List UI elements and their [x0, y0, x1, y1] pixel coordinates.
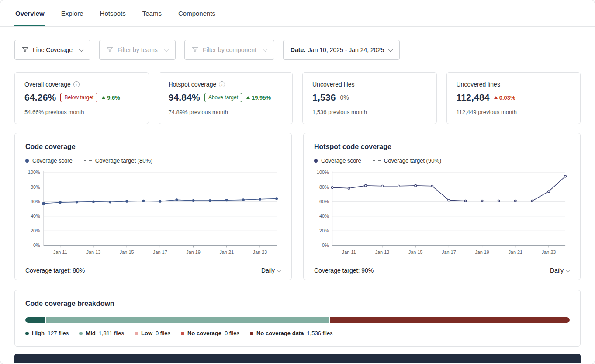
tab-explore[interactable]: Explore	[60, 0, 84, 26]
code-coverage-chart: 0%20%40%60%80%100%Jan 11Jan 13Jan 15Jan …	[25, 167, 281, 259]
chevron-down-icon	[263, 47, 267, 52]
stat-value: 1,536	[312, 92, 336, 103]
stat-previous: 74.89% previous month	[169, 109, 283, 115]
coverage-score-dot-icon	[314, 159, 318, 163]
stat-previous: 1,536 previous month	[312, 109, 427, 115]
svg-text:100%: 100%	[28, 170, 40, 175]
coverage-type-filter[interactable]: Line Coverage	[14, 40, 90, 60]
bottom-banner	[14, 354, 581, 363]
svg-text:Jan 11: Jan 11	[342, 250, 356, 255]
stat-previous: 54.66% previous month	[24, 109, 139, 115]
stat-label: Uncovered files	[312, 81, 355, 88]
breakdown-bar	[25, 317, 570, 323]
breakdown-segment-high	[25, 317, 45, 323]
legend-item-low: Low0 files	[135, 330, 170, 336]
hotspot-coverage-chart: 0%20%40%60%80%100%Jan 11Jan 13Jan 15Jan …	[314, 167, 570, 259]
funnel-icon	[192, 47, 198, 53]
svg-text:Jan 17: Jan 17	[442, 250, 456, 255]
stat-label: Overall coverage	[24, 81, 71, 88]
stats-row: Overall coverage 64.26% Below target 9.6…	[14, 72, 581, 124]
trend-up-icon	[494, 96, 498, 99]
stat-card-uncovered-files: Uncovered files 1,536 0% 1,536 previous …	[302, 72, 437, 124]
svg-text:Jan 15: Jan 15	[408, 250, 423, 255]
svg-text:Jan 17: Jan 17	[153, 250, 167, 255]
legend-target-label: Coverage target (90%)	[384, 157, 442, 164]
svg-text:Jan 15: Jan 15	[120, 250, 134, 255]
interval-select[interactable]: Daily	[550, 267, 570, 274]
info-icon[interactable]	[219, 81, 225, 87]
svg-text:40%: 40%	[31, 213, 40, 218]
trend-indicator: 9.6%	[102, 94, 120, 101]
stat-value: 64.26%	[24, 92, 56, 103]
legend-score-label: Coverage score	[321, 157, 361, 164]
stat-label: Uncovered lines	[457, 81, 500, 88]
component-filter-label: Filter by component	[203, 46, 256, 53]
chart-legend: Coverage score Coverage target (80%)	[25, 157, 281, 164]
tab-components[interactable]: Components	[177, 0, 216, 26]
top-tab-bar: Overview Explore Hotspots Teams Componen…	[0, 0, 595, 27]
above-target-badge: Above target	[204, 93, 242, 102]
svg-text:100%: 100%	[317, 170, 329, 175]
stat-card-overall-coverage: Overall coverage 64.26% Below target 9.6…	[14, 72, 149, 124]
trend-up-icon	[102, 96, 105, 99]
stat-card-uncovered-lines: Uncovered lines 112,484 0.03% 112,449 pr…	[446, 72, 581, 124]
coverage-target-dash-icon	[373, 160, 381, 161]
chevron-down-icon	[565, 267, 570, 272]
tab-overview[interactable]: Overview	[14, 0, 45, 26]
component-filter[interactable]: Filter by component	[184, 40, 274, 60]
funnel-icon	[22, 47, 28, 53]
svg-text:20%: 20%	[319, 228, 329, 233]
charts-row: Code coverage Coverage score Coverage ta…	[14, 133, 581, 280]
svg-text:60%: 60%	[319, 199, 329, 204]
coverage-score-dot-icon	[25, 159, 29, 163]
low-dot-icon	[135, 332, 138, 335]
stat-previous: 112,449 previous month	[457, 109, 571, 115]
svg-text:20%: 20%	[31, 228, 40, 233]
svg-text:Jan 19: Jan 19	[186, 250, 201, 255]
coverage-target-label: Coverage target: 80%	[25, 267, 85, 274]
breakdown-segment-no-coverage-data	[330, 317, 570, 323]
legend-target-label: Coverage target (80%)	[95, 157, 153, 164]
tab-hotspots[interactable]: Hotspots	[99, 0, 127, 26]
trend-up-icon	[246, 96, 250, 99]
filter-row: Line Coverage Filter by teams Filter by …	[14, 40, 581, 60]
svg-text:Jan 21: Jan 21	[508, 250, 522, 255]
chevron-down-icon	[79, 47, 83, 52]
chart-legend: Coverage score Coverage target (90%)	[314, 157, 570, 164]
breakdown-legend: High127 files Mid1,811 files Low0 files …	[25, 330, 570, 336]
info-icon[interactable]	[73, 81, 80, 87]
chevron-down-icon	[164, 47, 169, 52]
coverage-target-label: Coverage target: 90%	[314, 267, 374, 274]
tab-teams[interactable]: Teams	[142, 0, 163, 26]
svg-text:0%: 0%	[33, 243, 40, 248]
svg-text:Jan 19: Jan 19	[475, 250, 489, 255]
svg-text:Jan 13: Jan 13	[86, 250, 101, 255]
legend-item-no-coverage-data: No coverage data1,536 files	[250, 330, 333, 336]
breakdown-title: Code coverage breakdown	[25, 300, 570, 308]
trend-indicator: 19.95%	[246, 94, 271, 101]
date-range-filter[interactable]: Date: Jan 10, 2025 - Jan 24, 2025	[283, 40, 400, 60]
legend-item-mid: Mid1,811 files	[79, 330, 124, 336]
legend-item-no-coverage: No coverage0 files	[181, 330, 239, 336]
hotspot-coverage-card: Hotspot code coverage Coverage score Cov…	[303, 133, 581, 280]
mid-dot-icon	[79, 332, 83, 335]
chevron-down-icon	[388, 47, 393, 52]
legend-score-label: Coverage score	[32, 157, 73, 164]
chevron-down-icon	[277, 267, 281, 272]
date-range-value: Jan 10, 2025 - Jan 24, 2025	[308, 46, 384, 53]
stat-secondary-value: 0%	[340, 94, 349, 101]
date-label: Date:	[291, 46, 306, 53]
svg-text:40%: 40%	[319, 213, 329, 218]
teams-filter-label: Filter by teams	[118, 46, 158, 53]
interval-select[interactable]: Daily	[261, 267, 281, 274]
svg-text:Jan 23: Jan 23	[253, 250, 267, 255]
legend-item-high: High127 files	[25, 330, 69, 336]
trend-indicator: 0.03%	[494, 94, 515, 101]
teams-filter[interactable]: Filter by teams	[99, 40, 176, 60]
stat-value: 112,484	[457, 92, 490, 103]
svg-text:80%: 80%	[31, 184, 40, 190]
svg-text:0%: 0%	[322, 243, 329, 248]
funnel-icon	[107, 47, 113, 53]
breakdown-segment-mid	[46, 317, 329, 323]
no-coverage-dot-icon	[181, 332, 184, 335]
